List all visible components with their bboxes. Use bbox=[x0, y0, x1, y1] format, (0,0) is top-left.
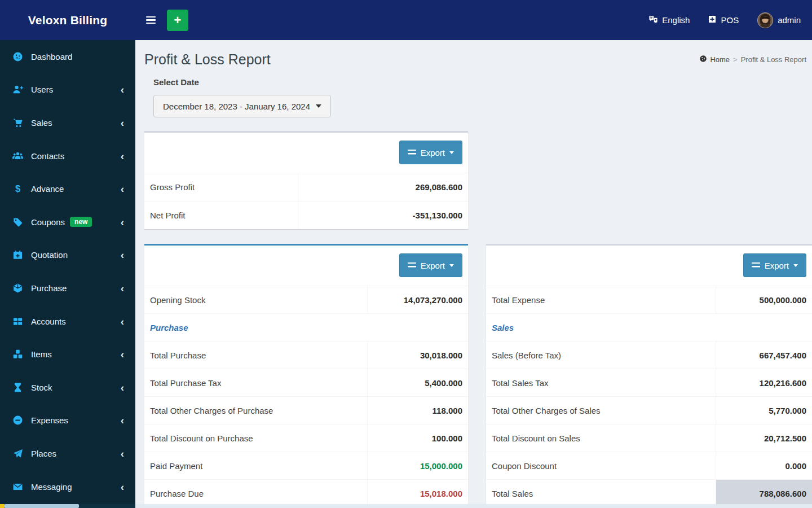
sidebar-item-advance[interactable]: $Advance‹ bbox=[0, 172, 135, 205]
messaging-icon bbox=[12, 481, 25, 492]
row-label: Gross Profit bbox=[144, 173, 298, 201]
user-menu[interactable]: admin bbox=[750, 7, 807, 33]
row-value: 120,216.600 bbox=[716, 369, 812, 396]
sidebar-item-places[interactable]: Places‹ bbox=[0, 437, 135, 470]
chevron-left-icon: ‹ bbox=[121, 84, 124, 95]
scrollbar-track[interactable] bbox=[135, 504, 812, 508]
sidebar-item-quotation[interactable]: Quotation‹ bbox=[0, 239, 135, 272]
sidebar-item-label: Dashboard bbox=[31, 52, 72, 62]
sidebar-item-accounts[interactable]: Accounts‹ bbox=[0, 305, 135, 338]
chevron-left-icon: ‹ bbox=[121, 249, 124, 260]
table-row: Purchase Due15,018.000 bbox=[144, 479, 468, 507]
export-button-sales[interactable]: Export bbox=[743, 253, 806, 277]
row-label: Total Sales bbox=[486, 480, 716, 507]
items-icon bbox=[12, 349, 25, 360]
advance-icon: $ bbox=[12, 183, 25, 194]
table-row: Total Expense500,000.000 bbox=[486, 286, 812, 313]
row-value: 20,712.500 bbox=[716, 424, 812, 452]
export-button-purchase[interactable]: Export bbox=[399, 253, 462, 277]
chevron-left-icon: ‹ bbox=[121, 151, 124, 161]
row-value: 30,018.000 bbox=[367, 341, 468, 369]
sidebar-menu: DashboardUsers‹Sales‹Contacts‹$Advance‹C… bbox=[0, 40, 135, 503]
breadcrumb-current: Profit & Loss Report bbox=[741, 55, 806, 64]
new-badge: new bbox=[70, 217, 92, 227]
chevron-left-icon: ‹ bbox=[121, 415, 124, 426]
chevron-left-icon: ‹ bbox=[121, 448, 124, 459]
pos-button[interactable]: POS bbox=[701, 10, 745, 30]
sidebar-item-sales[interactable]: Sales‹ bbox=[0, 106, 135, 139]
table-row: Total Purchase Tax5,400.000 bbox=[144, 369, 468, 396]
language-menu[interactable]: English bbox=[642, 10, 696, 30]
expenses-icon bbox=[12, 415, 25, 426]
select-date-label: Select Date bbox=[153, 77, 812, 87]
caret-down-icon bbox=[449, 151, 454, 154]
avatar bbox=[757, 12, 774, 29]
list-icon bbox=[408, 262, 416, 269]
purchase-icon bbox=[12, 283, 25, 294]
table-row: Total Discount on Purchase100.000 bbox=[144, 424, 468, 452]
chevron-left-icon: ‹ bbox=[121, 382, 124, 393]
summary-card: Export Gross Profit269,086.600Net Profit… bbox=[144, 131, 468, 229]
sidebar-item-label: Places bbox=[31, 449, 56, 458]
date-range-picker[interactable]: December 18, 2023 - January 16, 2024 bbox=[153, 95, 331, 117]
quick-add-button[interactable]: + bbox=[167, 10, 188, 31]
section-header-row: Sales bbox=[486, 313, 812, 341]
row-value: -351,130.000 bbox=[298, 202, 468, 229]
chevron-left-icon: ‹ bbox=[121, 217, 124, 227]
section-header-row: Purchase bbox=[144, 313, 468, 341]
sidebar-item-contacts[interactable]: Contacts‹ bbox=[0, 139, 135, 173]
row-label: Paid Payment bbox=[144, 452, 367, 479]
sidebar-item-stock[interactable]: Stock‹ bbox=[0, 371, 135, 404]
sidebar-item-messaging[interactable]: Messaging‹ bbox=[0, 470, 135, 503]
caret-down-icon bbox=[449, 264, 454, 267]
chevron-left-icon: ‹ bbox=[121, 349, 124, 360]
dashboard-icon bbox=[12, 51, 25, 62]
table-row: Total Sales Tax120,216.600 bbox=[486, 369, 812, 396]
sidebar-toggle-button[interactable] bbox=[142, 9, 159, 32]
row-label: Total Expense bbox=[486, 286, 716, 313]
sidebar-item-expenses[interactable]: Expenses‹ bbox=[0, 404, 135, 437]
export-button-summary[interactable]: Export bbox=[399, 141, 462, 164]
main-content: Profit & Loss Report Home > Profit & Los… bbox=[135, 40, 812, 508]
scrollbar-corner bbox=[0, 504, 5, 508]
section-title: Purchase bbox=[144, 314, 468, 341]
breadcrumb-home-link[interactable]: Home bbox=[699, 55, 730, 64]
places-icon bbox=[12, 448, 25, 459]
breadcrumb: Home > Profit & Loss Report bbox=[699, 55, 806, 64]
app-logo[interactable]: Veloxn Billing bbox=[0, 0, 135, 40]
row-label: Total Purchase Tax bbox=[144, 369, 367, 396]
row-label: Total Other Charges of Sales bbox=[486, 397, 716, 424]
sidebar-item-label: Messaging bbox=[31, 482, 72, 492]
sidebar-item-dashboard[interactable]: Dashboard bbox=[0, 40, 135, 73]
users-icon bbox=[12, 84, 25, 95]
sidebar-item-items[interactable]: Items‹ bbox=[0, 338, 135, 371]
row-value: 15,018.000 bbox=[367, 480, 468, 507]
sidebar-item-label: Stock bbox=[31, 383, 52, 392]
horizontal-scrollbar[interactable] bbox=[0, 504, 812, 508]
sidebar-item-label: Purchase bbox=[31, 283, 67, 293]
table-row: Coupon Discount0.000 bbox=[486, 452, 812, 479]
plus-square-icon bbox=[708, 15, 717, 25]
sales-card: Export Total Expense500,000.000SalesSale… bbox=[486, 244, 812, 507]
row-label: Total Purchase bbox=[144, 341, 367, 369]
caret-down-icon bbox=[793, 264, 798, 267]
sidebar-item-coupons[interactable]: Couponsnew‹ bbox=[0, 205, 135, 239]
sidebar-item-users[interactable]: Users‹ bbox=[0, 73, 135, 107]
language-icon bbox=[648, 15, 658, 26]
row-value: 118.000 bbox=[367, 397, 468, 424]
date-range-value: December 18, 2023 - January 16, 2024 bbox=[163, 102, 310, 111]
list-icon bbox=[408, 150, 416, 156]
scrollbar-thumb[interactable] bbox=[5, 504, 79, 508]
row-label: Total Discount on Purchase bbox=[144, 424, 367, 452]
chevron-left-icon: ‹ bbox=[121, 183, 124, 194]
scrollbar-track[interactable] bbox=[79, 504, 135, 508]
summary-table: Gross Profit269,086.600Net Profit-351,13… bbox=[144, 173, 468, 229]
quotation-icon bbox=[12, 249, 25, 260]
sidebar-item-purchase[interactable]: Purchase‹ bbox=[0, 271, 135, 305]
accounts-icon bbox=[12, 316, 25, 327]
sidebar: DashboardUsers‹Sales‹Contacts‹$Advance‹C… bbox=[0, 40, 135, 508]
row-value: 269,086.600 bbox=[298, 173, 468, 201]
top-navbar: Veloxn Billing + English POS admin bbox=[0, 0, 812, 40]
sidebar-item-label: Items bbox=[31, 349, 52, 359]
sidebar-item-label: Contacts bbox=[31, 151, 64, 161]
